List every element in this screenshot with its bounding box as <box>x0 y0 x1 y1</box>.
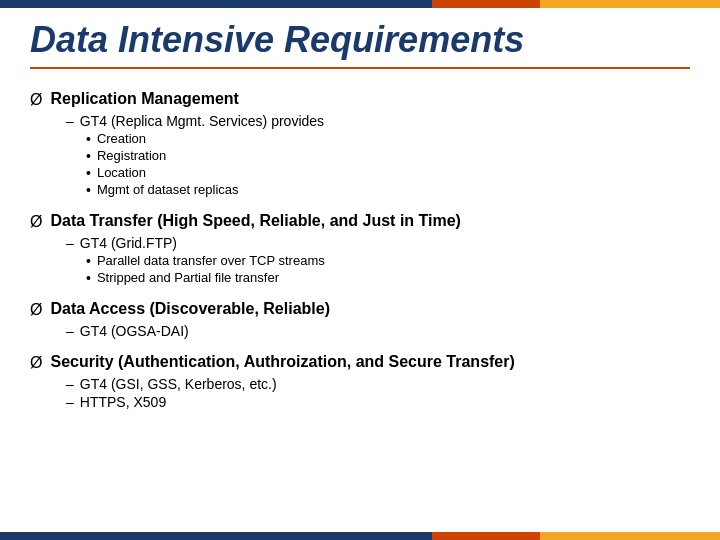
bullet-item: •Stripped and Partial file transfer <box>86 270 690 286</box>
sub-dash-data-transfer-0: –GT4 (Grid.FTP) <box>66 235 690 251</box>
main-text-data-transfer: Data Transfer (High Speed, Reliable, and… <box>50 212 460 230</box>
main-bullet-security: ØSecurity (Authentication, Authroization… <box>30 353 690 372</box>
sub-text-data-transfer-0: GT4 (Grid.FTP) <box>80 235 177 251</box>
bullet-text: Creation <box>97 131 146 146</box>
dash-icon: – <box>66 376 74 392</box>
header: Data Intensive Requirements <box>0 8 720 77</box>
bullet-list-replication-0: •Creation•Registration•Location•Mgmt of … <box>86 131 690 198</box>
bullet-text: Mgmt of dataset replicas <box>97 182 239 197</box>
bullet-dot-icon: • <box>86 182 91 198</box>
dash-icon: – <box>66 235 74 251</box>
main-bullet-data-transfer: ØData Transfer (High Speed, Reliable, an… <box>30 212 690 231</box>
sub-section-replication: –GT4 (Replica Mgmt. Services) provides•C… <box>66 113 690 198</box>
top-decorative-bar <box>0 0 720 8</box>
arrow-icon: Ø <box>30 354 42 372</box>
bullet-item: •Creation <box>86 131 690 147</box>
bullet-list-data-transfer-0: •Parallel data transfer over TCP streams… <box>86 253 690 286</box>
main-text-replication: Replication Management <box>50 90 238 108</box>
bottom-decorative-bar <box>0 532 720 540</box>
bullet-item: •Parallel data transfer over TCP streams <box>86 253 690 269</box>
sub-section-data-transfer: –GT4 (Grid.FTP)•Parallel data transfer o… <box>66 235 690 286</box>
section-data-access: ØData Access (Discoverable, Reliable)–GT… <box>30 300 690 339</box>
sub-dash-security-1: –HTTPS, X509 <box>66 394 690 410</box>
section-security: ØSecurity (Authentication, Authroization… <box>30 353 690 410</box>
page-title: Data Intensive Requirements <box>30 18 690 61</box>
arrow-icon: Ø <box>30 91 42 109</box>
section-data-transfer: ØData Transfer (High Speed, Reliable, an… <box>30 212 690 286</box>
arrow-icon: Ø <box>30 301 42 319</box>
bullet-item: •Mgmt of dataset replicas <box>86 182 690 198</box>
bullet-text: Parallel data transfer over TCP streams <box>97 253 325 268</box>
sub-dash-replication-0: –GT4 (Replica Mgmt. Services) provides <box>66 113 690 129</box>
main-bullet-data-access: ØData Access (Discoverable, Reliable) <box>30 300 690 319</box>
dash-icon: – <box>66 323 74 339</box>
bullet-dot-icon: • <box>86 148 91 164</box>
bullet-dot-icon: • <box>86 253 91 269</box>
main-text-security: Security (Authentication, Authroization,… <box>50 353 514 371</box>
bullet-text: Registration <box>97 148 166 163</box>
dash-icon: – <box>66 394 74 410</box>
title-divider <box>30 67 690 69</box>
bullet-item: •Registration <box>86 148 690 164</box>
bullet-item: •Location <box>86 165 690 181</box>
bullet-dot-icon: • <box>86 165 91 181</box>
sub-dash-security-0: –GT4 (GSI, GSS, Kerberos, etc.) <box>66 376 690 392</box>
page: Data Intensive Requirements ØReplication… <box>0 0 720 540</box>
sub-text-replication-0: GT4 (Replica Mgmt. Services) provides <box>80 113 324 129</box>
bullet-text: Location <box>97 165 146 180</box>
sub-section-data-access: –GT4 (OGSA-DAI) <box>66 323 690 339</box>
main-text-data-access: Data Access (Discoverable, Reliable) <box>50 300 330 318</box>
bullet-dot-icon: • <box>86 131 91 147</box>
arrow-icon: Ø <box>30 213 42 231</box>
sub-text-security-1: HTTPS, X509 <box>80 394 166 410</box>
section-replication: ØReplication Management–GT4 (Replica Mgm… <box>30 90 690 198</box>
sub-section-security: –GT4 (GSI, GSS, Kerberos, etc.)–HTTPS, X… <box>66 376 690 410</box>
bullet-dot-icon: • <box>86 270 91 286</box>
dash-icon: – <box>66 113 74 129</box>
content-area: ØReplication Management–GT4 (Replica Mgm… <box>30 90 690 520</box>
bullet-text: Stripped and Partial file transfer <box>97 270 279 285</box>
main-bullet-replication: ØReplication Management <box>30 90 690 109</box>
sub-text-security-0: GT4 (GSI, GSS, Kerberos, etc.) <box>80 376 277 392</box>
sub-text-data-access-0: GT4 (OGSA-DAI) <box>80 323 189 339</box>
sub-dash-data-access-0: –GT4 (OGSA-DAI) <box>66 323 690 339</box>
